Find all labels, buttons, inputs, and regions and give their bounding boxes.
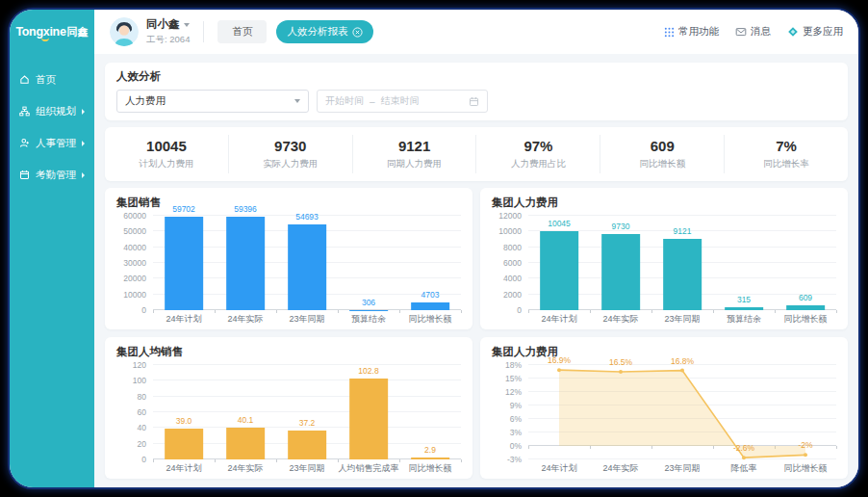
metric-select[interactable]: 人力费用	[116, 90, 309, 113]
axis-tick	[590, 310, 591, 313]
date-separator: –	[370, 96, 375, 107]
sidebar-item-org-planning[interactable]: 组织规划	[10, 95, 94, 127]
stat-label: 实际人力费用	[229, 158, 352, 170]
avatar[interactable]	[110, 17, 139, 46]
y-tick-label: 0	[141, 305, 146, 315]
y-tick-label: 60	[138, 407, 146, 417]
messages-button[interactable]: 消息	[735, 25, 771, 39]
line-series	[528, 365, 836, 459]
stat-yoy-growth-amount: 609 同比增长额	[600, 135, 724, 173]
avatar-illustration	[110, 17, 139, 46]
x-axis-label: 23年同期	[651, 313, 713, 324]
tab-home-label: 首页	[232, 25, 252, 37]
bar-value-label: 2.9	[424, 445, 436, 455]
y-tick-label: 10000	[123, 290, 146, 300]
y-tick-label: 4000	[503, 274, 522, 283]
sidebar-item-label: 人事管理	[36, 137, 76, 150]
page-title: 人效分析	[116, 69, 836, 84]
axis-tick	[836, 446, 837, 449]
bar-value-label: 59702	[172, 204, 195, 214]
bar	[288, 431, 326, 459]
stat-value: 9121	[353, 138, 476, 154]
plot-area: 5970259396546933064703	[153, 216, 461, 310]
tab-report-label: 人效分析报表	[287, 25, 347, 39]
tab-close-icon[interactable]	[352, 27, 363, 38]
axis-tick	[713, 310, 714, 313]
app-window: Tongxine同鑫 首页 组织规划 人事管理 考勤管理	[8, 8, 860, 489]
y-axis: 0100002000030000400005000060000	[116, 216, 153, 310]
bar-value-label: 37.2	[299, 418, 316, 428]
date-start-placeholder: 开始时间	[325, 94, 364, 108]
chevron-right-icon	[82, 109, 85, 115]
bar	[411, 458, 449, 459]
bar-value-label: 609	[799, 293, 812, 302]
x-axis-label: 预算结余	[713, 313, 775, 324]
y-tick-label: 15%	[505, 374, 522, 383]
logo-smile-icon	[41, 38, 49, 41]
x-axis-label: 同比增长额	[775, 313, 836, 324]
x-axis-label: 同比增长额	[775, 462, 836, 473]
filter-controls: 人力费用 开始时间 – 结束时间	[116, 90, 836, 113]
user-info[interactable]: 同小鑫 工号: 2064	[146, 17, 190, 46]
sidebar-nav: 首页 组织规划 人事管理 考勤管理	[10, 54, 94, 191]
bar-value-label: 102.8	[358, 366, 378, 376]
gridline	[528, 215, 836, 216]
bar	[411, 302, 449, 310]
sidebar-item-hr-management[interactable]: 人事管理	[10, 127, 94, 159]
bar-chart-group-hr-cost: 020004000600080001000012000 100459730912…	[492, 216, 836, 310]
y-tick-label: 12%	[505, 387, 522, 397]
chevron-right-icon	[82, 141, 85, 146]
bar-value-label: 9121	[674, 226, 692, 236]
axis-tick	[276, 310, 277, 313]
x-axis-label: 24年计划	[528, 313, 590, 324]
sidebar-item-attendance[interactable]: 考勤管理	[10, 159, 94, 191]
gridline	[153, 411, 461, 412]
more-apps-button[interactable]: 更多应用	[787, 25, 843, 39]
brand-logo-cn: 同鑫	[67, 25, 89, 39]
plot-area: 16.9%16.5%16.8%-2.6%-2%	[528, 365, 836, 459]
y-tick-label: 80	[138, 392, 146, 402]
stat-yoy-growth-rate: 7% 同比增长率	[724, 135, 848, 173]
plot-area: 39.040.137.2102.82.9	[153, 365, 461, 459]
x-axis-label: 24年实际	[590, 313, 651, 324]
point-value-label: -2%	[798, 440, 812, 450]
axis-tick	[399, 459, 400, 462]
y-tick-label: 30000	[123, 258, 146, 268]
tab-efficiency-report[interactable]: 人效分析报表	[276, 20, 373, 43]
user-name: 同小鑫	[146, 17, 180, 32]
chevron-right-icon	[82, 172, 85, 178]
header-divider	[203, 21, 204, 42]
stat-actual-hr-cost: 9730 实际人力费用	[228, 135, 352, 173]
brand-logo-text: Tongxine	[15, 25, 65, 39]
bar-chart-group-sales: 0100002000030000400005000060000 59702593…	[116, 216, 461, 310]
bar-value-label: 54693	[295, 212, 319, 222]
y-tick-label: 40000	[123, 243, 146, 252]
bar	[165, 217, 203, 311]
y-axis: 020406080100120	[116, 365, 153, 459]
mail-icon	[735, 26, 747, 38]
stat-label: 同比增长率	[725, 158, 848, 170]
chevron-down-icon	[184, 23, 190, 27]
quick-functions-button[interactable]: 常用功能	[664, 25, 719, 39]
axis-tick	[338, 459, 339, 462]
stat-same-period-hr-cost: 9121 同期人力费用	[352, 135, 476, 173]
sidebar-item-label: 首页	[36, 73, 56, 87]
date-range-input[interactable]: 开始时间 – 结束时间	[317, 90, 488, 113]
employee-number: 工号: 2064	[146, 34, 190, 46]
bar-value-label: 315	[737, 295, 751, 304]
gridline	[153, 364, 461, 365]
x-axis-label: 23年同期	[651, 462, 713, 473]
x-axis-labels: 24年计划24年实际23年同期预算结余同比增长额	[153, 310, 461, 324]
chart-card-group-sales: 集团销售 0100002000030000400005000060000 597…	[105, 188, 472, 329]
axis-tick	[338, 310, 339, 313]
bar	[786, 305, 825, 310]
main-content: 人效分析 人力费用 开始时间 – 结束时间 10045	[94, 54, 858, 487]
sidebar-item-home[interactable]: 首页	[10, 64, 94, 95]
x-axis-labels: 24年计划24年实际23年同期降低率同比增长额	[528, 459, 836, 473]
stat-value: 609	[600, 138, 724, 154]
stat-label: 同期人力费用	[353, 158, 476, 170]
x-axis-labels: 24年计划24年实际23年同期预算结余同比增长额	[528, 310, 836, 324]
point-value-label: 16.9%	[548, 355, 571, 365]
tab-home[interactable]: 首页	[217, 20, 267, 43]
chevron-down-icon	[294, 99, 300, 103]
